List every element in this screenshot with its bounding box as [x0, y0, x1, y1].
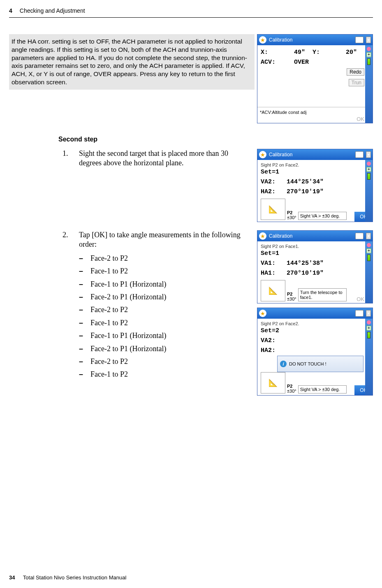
bullet: – [79, 331, 83, 340]
angle-label: ±30° [287, 296, 296, 301]
p2-label: P2 [287, 210, 292, 215]
step-1-number: 1. [63, 149, 72, 222]
plus-icon[interactable]: + [366, 52, 371, 57]
second-step-heading: Second step [58, 136, 373, 143]
ok-button[interactable]: OK [357, 116, 364, 122]
chapter-number: 4 [9, 7, 12, 14]
ha-label: HA1: [261, 270, 276, 277]
tilt-diagram: 📐 [261, 199, 285, 220]
plus-icon[interactable]: + [366, 248, 371, 253]
bullet: – [79, 305, 83, 315]
angle-label: ±30° [287, 215, 296, 220]
list-item: Face-2 to P1 (Horizontal) [90, 344, 166, 354]
list-item: Face-1 to P2 [90, 266, 128, 276]
bullet: – [79, 357, 83, 366]
list-item: Face-2 to P2 [90, 254, 128, 263]
ha-label: HA2: [261, 346, 369, 356]
page-footer: 34 Total Station Nivo Series Instruction… [9, 574, 126, 581]
step-1-row: 1. Sight the second target that is place… [63, 149, 373, 222]
battery-icon [367, 173, 370, 180]
side-strip: + [365, 45, 373, 123]
dropdown-icon[interactable]: ▾ [366, 310, 371, 317]
record-icon[interactable] [367, 47, 371, 51]
va-label: VA2: [261, 178, 276, 185]
dropdown-icon[interactable]: ▾ [366, 37, 371, 43]
angle-label: ±30° [287, 389, 296, 394]
va-value: 144°25'34" [287, 178, 324, 185]
record-icon[interactable] [367, 320, 371, 324]
bullet: – [79, 370, 83, 379]
bullet: – [79, 318, 83, 328]
page-number: 34 [9, 574, 15, 581]
prompt: Sight P2 on Face2. [261, 162, 369, 167]
trun-button[interactable]: Trun [349, 79, 364, 86]
hint-box: Sight VA > ±30 deg. [298, 212, 347, 220]
tilt-diagram: 📐 [261, 280, 285, 301]
list-item: Face-1 to P1 (Horizontal) [90, 331, 166, 340]
dropdown-icon[interactable]: ▾ [366, 151, 371, 158]
step-2-number: 2. [63, 230, 72, 396]
note-row: If the HA corr. setting is set to OFF, t… [9, 34, 373, 123]
battery-icon [367, 332, 370, 338]
step-2-text: Tap [OK] to take angle measurements in t… [79, 230, 251, 250]
side-strip: + [365, 241, 373, 303]
x-label: X: [261, 49, 268, 56]
va-label: VA2: [261, 336, 369, 346]
window-title: Calibration [269, 37, 292, 43]
side-strip: + [365, 160, 373, 222]
sequence-list: –Face-2 to P2 –Face-1 to P2 –Face-1 to P… [79, 254, 251, 380]
redo-button[interactable]: Redo [347, 68, 364, 76]
plus-icon[interactable]: + [366, 167, 371, 172]
bullet: – [79, 292, 83, 302]
acv-label: ACV: [261, 59, 276, 66]
keyboard-icon[interactable] [355, 310, 363, 317]
p2-label: P2 [287, 292, 292, 296]
screenshot-do-not-touch: ★ ▾ Sight P2 on Face2. Set=2 VA2: HA2: i… [257, 308, 373, 396]
bullet: – [79, 280, 83, 289]
star-icon: ★ [259, 310, 266, 317]
bullet: – [79, 254, 83, 263]
plus-icon[interactable]: + [366, 326, 371, 331]
step-1-text: Sight the second target that is placed m… [79, 149, 251, 222]
va-label: VA1: [261, 260, 276, 267]
tilt-diagram: 📐 [261, 372, 285, 394]
screenshot-face1-set1: ★ Calibration ▾ Sight P2 on Face1. Set=1… [257, 230, 373, 303]
step-2-row: 2. Tap [OK] to take angle measurements i… [63, 230, 373, 396]
hint-box: Sight VA > ±30 deg. [298, 385, 347, 394]
keyboard-icon[interactable] [355, 37, 363, 43]
battery-icon [367, 58, 370, 65]
info-icon: i [280, 361, 287, 367]
set-value: Set=1 [261, 167, 369, 177]
x-value: 49" [294, 49, 305, 56]
chapter-title: Checking and Adjustment [20, 7, 85, 14]
record-icon[interactable] [367, 243, 371, 247]
list-item: Face-1 to P2 [90, 318, 128, 328]
ha-value: 270°10'19" [287, 270, 324, 277]
list-item: Face-2 to P2 [90, 305, 128, 315]
window-title: Calibration [269, 152, 292, 157]
list-item: Face-1 to P1 (Horizontal) [90, 280, 166, 289]
list-item: Face-2 to P2 [90, 357, 128, 366]
side-strip: + [365, 319, 373, 395]
screenshot-calibration-over: ★ Calibration ▾ X: 49" Y: 20" ACV: OVER … [257, 34, 373, 123]
hint-box: Turn the telescope to face1. [298, 288, 347, 301]
ha-label: HA2: [261, 188, 276, 195]
bullet: – [79, 344, 83, 354]
set-value: Set=2 [261, 326, 369, 336]
ok-button[interactable]: OK [357, 296, 364, 302]
keyboard-icon[interactable] [355, 233, 363, 239]
bullet: – [79, 266, 83, 276]
keyboard-icon[interactable] [355, 151, 363, 158]
window-title: Calibration [269, 233, 292, 239]
message-text: DO NOT TOUCH ! [289, 361, 326, 366]
set-value: Set=1 [261, 249, 369, 259]
dropdown-icon[interactable]: ▾ [366, 233, 371, 239]
va-value: 144°25'38" [287, 260, 324, 267]
y-label: Y: [313, 49, 320, 56]
record-icon[interactable] [367, 162, 371, 166]
prompt: Sight P2 on Face1. [261, 244, 369, 249]
note-box: If the HA corr. setting is set to OFF, t… [9, 34, 255, 90]
list-item: Face-1 to P2 [90, 370, 128, 379]
prompt: Sight P2 on Face2. [261, 321, 369, 326]
page-header: 4 Checking and Adjustment [9, 7, 373, 18]
